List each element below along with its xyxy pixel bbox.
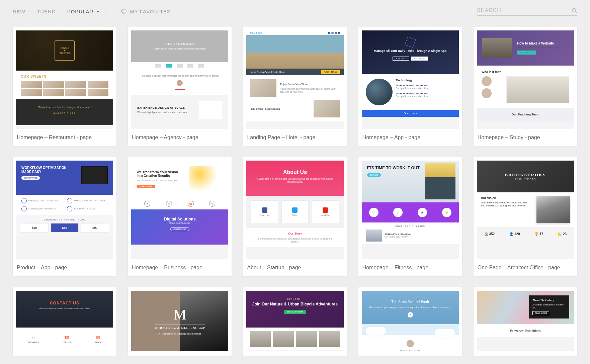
filter-my-favorites[interactable]: MY FAVORITES [121, 9, 170, 14]
template-card-product-app[interactable]: WORKFLOW OPTIMIZATION MADE EASYGET START… [13, 157, 116, 276]
template-card-gallery[interactable]: About The GalleryA curated collection of… [474, 287, 577, 356]
template-thumbnail: We Transform Your Vision into Creative R… [131, 161, 228, 259]
template-title: Homepage – Fitness - page [362, 259, 459, 271]
svg-point-0 [572, 8, 576, 12]
template-title: Homepage – App - page [362, 129, 459, 141]
filter-popular[interactable]: POPULAR [67, 9, 102, 14]
heart-icon [121, 9, 127, 14]
search-field[interactable] [477, 7, 577, 16]
template-thumbnail: THIS IS AN HEADINGLorem ipsum dolor sit … [131, 30, 228, 129]
svg-line-1 [575, 11, 576, 12]
template-thumbnail: DONALD★PRESTIGE OUR SWEETS "Tasty food, … [16, 30, 113, 129]
search-icon [571, 7, 577, 13]
template-title: Homepage – Business - page [131, 259, 228, 271]
template-title: Product – App - page [16, 259, 113, 271]
template-card-hotel[interactable]: Your Logo Your Dream Vacation is HereBOO… [243, 27, 347, 146]
template-title: One Page – Architect Office - page [477, 259, 574, 271]
template-card-agency[interactable]: THIS IS AN HEADINGLorem ipsum dolor sit … [128, 27, 232, 146]
template-card-study[interactable]: How to Make a WebsiteLearn how to build … [474, 27, 577, 146]
search-input[interactable] [477, 7, 569, 13]
template-card-fitness[interactable]: I'TS TIME TO WORK IT OUTJOIN US ♡✓★⚡ FEA… [358, 157, 462, 276]
template-card-about-startup[interactable]: About UsIf you spent a lot of time here … [243, 157, 347, 276]
template-card-architect[interactable]: BROOKSTROKSARCHITECTS Our VisionWe belie… [474, 157, 577, 276]
toolbar-divider [111, 8, 111, 15]
template-card-story[interactable]: The Story Behind PooltWe set out to give… [358, 287, 462, 356]
template-thumbnail: About UsIf you spent a lot of time here … [246, 161, 343, 259]
template-card-bicycle[interactable]: BIKETRIPJoin Our Nature & Urban Bicycle … [243, 287, 347, 356]
filter-toolbar: NEW TREND POPULAR MY FAVORITES [0, 0, 590, 22]
template-card-restaurant[interactable]: DONALD★PRESTIGE OUR SWEETS "Tasty food, … [13, 27, 116, 146]
favorites-label: MY FAVORITES [130, 9, 170, 14]
template-title: Landing Page – Hotel - page [246, 129, 343, 141]
filter-trend[interactable]: TREND [37, 9, 56, 14]
filter-new[interactable]: NEW [13, 9, 25, 14]
template-thumbnail: BIKETRIPJoin Our Nature & Urban Bicycle … [246, 291, 343, 351]
template-thumbnail: BROOKSTROKSARCHITECTS Our VisionWe belie… [477, 161, 574, 259]
template-card-business[interactable]: We Transform Your Vision into Creative R… [128, 157, 232, 276]
template-card-app[interactable]: Manage All Your Daily Tasks Through A Si… [358, 27, 462, 146]
template-thumbnail: How to Make a WebsiteLearn how to build … [477, 30, 574, 129]
template-thumbnail: I'TS TIME TO WORK IT OUTJOIN US ♡✓★⚡ FEA… [362, 161, 459, 259]
template-title: Homepage – Study - page [477, 129, 574, 141]
template-thumbnail: CONTACT USReach out any time — we'd love… [16, 291, 113, 351]
template-grid: DONALD★PRESTIGE OUR SWEETS "Tasty food, … [0, 22, 590, 356]
template-thumbnail: WORKFLOW OPTIMIZATION MADE EASYGET START… [16, 161, 113, 259]
template-card-markowitz[interactable]: MMARKOWITZ & MELLENCAMPA Trust Based on … [128, 287, 232, 356]
template-card-contact[interactable]: CONTACT USReach out any time — we'd love… [13, 287, 116, 356]
template-title: Homepage – Agency - page [131, 129, 228, 141]
template-title: Homepage – Restaurant - page [16, 129, 113, 141]
template-thumbnail: About The GalleryA curated collection of… [477, 291, 574, 351]
template-thumbnail: Manage All Your Daily Tasks Through A Si… [362, 30, 459, 129]
template-thumbnail: The Story Behind PooltWe set out to give… [362, 291, 459, 351]
template-title: About – Startup - page [246, 259, 343, 271]
template-thumbnail: Your Logo Your Dream Vacation is HereBOO… [246, 30, 343, 129]
template-thumbnail: MMARKOWITZ & MELLENCAMPA Trust Based on … [131, 291, 228, 351]
